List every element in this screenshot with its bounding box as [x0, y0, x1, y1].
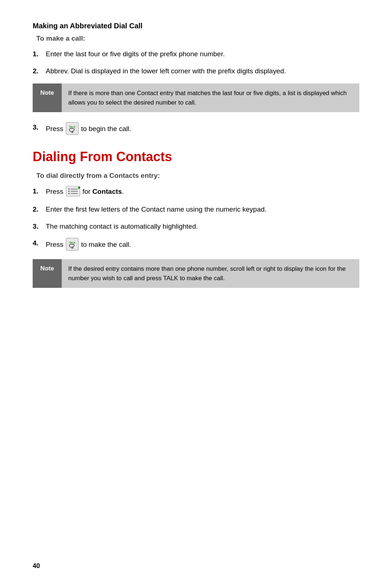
step-3-text: Press TALK to begin the call. — [46, 122, 359, 136]
step-c1-for: for — [82, 188, 92, 195]
section-dialing-contacts: Dialing From Contacts To dial directly f… — [33, 149, 359, 288]
svg-text:TALK: TALK — [69, 126, 75, 128]
step-3-after: to begin the call. — [81, 125, 131, 132]
step-c4-item: 4. Press TALK to make the call. — [33, 238, 359, 252]
step-c3-num: 3. — [33, 221, 46, 232]
step-c2-text: Enter the first few letters of the Conta… — [46, 204, 359, 215]
step-c2-num: 2. — [33, 204, 46, 215]
step-3-num: 3. — [33, 122, 46, 133]
svg-point-5 — [68, 188, 70, 190]
step-1-num: 1. — [33, 49, 46, 60]
step-3-before: Press — [46, 125, 65, 132]
steps-list-1: 1. Enter the last four or five digits of… — [33, 49, 359, 76]
note-content-2: If the desired entry contains more than … — [62, 259, 359, 288]
step-c2-item: 2. Enter the first few letters of the Co… — [33, 204, 359, 215]
step-c1-num: 1. — [33, 186, 46, 197]
step-c1-text: Press for Contacts. — [46, 186, 359, 198]
step-c4-after: to make the call. — [81, 241, 131, 248]
section-abbreviated-dial: Making an Abbreviated Dial Call To make … — [33, 22, 359, 136]
steps-list-1b: 3. Press TALK to begin the call. — [33, 122, 359, 136]
step-1-item: 1. Enter the last four or five digits of… — [33, 49, 359, 60]
step-c1-bold: Contacts — [93, 188, 122, 195]
svg-text:TALK: TALK — [69, 241, 75, 244]
note-box-1: Note If there is more than one Contact e… — [33, 83, 359, 112]
subsection-to-make-call: To make a call: — [36, 34, 359, 42]
step-2-num: 2. — [33, 66, 46, 77]
step-c3-item: 3. The matching contact is automatically… — [33, 221, 359, 232]
step-c1-before: Press — [46, 188, 65, 195]
svg-point-11 — [78, 187, 80, 189]
step-c1-after: . — [122, 188, 124, 195]
step-c4-text: Press TALK to make the call. — [46, 238, 359, 252]
step-2-text: Abbrev. Dial is displayed in the lower l… — [46, 66, 359, 77]
note-label-1: Note — [33, 83, 62, 112]
page-number: 40 — [33, 562, 40, 570]
subsection-dial-contacts: To dial directly from a Contacts entry: — [36, 172, 359, 180]
talk-icon-2: TALK — [65, 237, 79, 251]
contacts-icon — [65, 185, 81, 197]
step-2-item: 2. Abbrev. Dial is displayed in the lowe… — [33, 66, 359, 77]
section-heading-abbreviated: Making an Abbreviated Dial Call — [33, 22, 359, 30]
step-c3-text: The matching contact is automatically hi… — [46, 221, 359, 232]
svg-point-7 — [68, 193, 70, 194]
step-c1-item: 1. Press for Contacts. — [33, 186, 359, 198]
step-c4-num: 4. — [33, 238, 46, 249]
chapter-title-dialing: Dialing From Contacts — [33, 149, 359, 164]
step-3-item: 3. Press TALK to begin the call. — [33, 122, 359, 136]
talk-icon-1: TALK — [65, 122, 79, 135]
steps-list-2: 1. Press for Contacts. — [33, 186, 359, 252]
note-content-1: If there is more than one Contact entry … — [62, 83, 359, 112]
note-label-2: Note — [33, 259, 62, 288]
svg-point-6 — [68, 191, 70, 192]
note-box-2: Note If the desired entry contains more … — [33, 259, 359, 288]
step-c4-before: Press — [46, 241, 65, 248]
step-1-text: Enter the last four or five digits of th… — [46, 49, 359, 60]
